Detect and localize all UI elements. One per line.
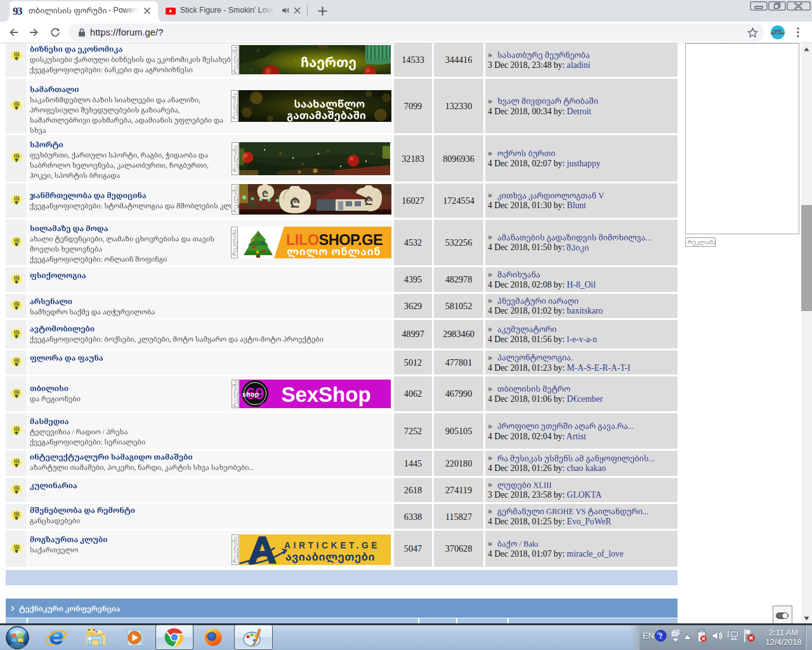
svg-text:AIRTICKET.GE: AIRTICKET.GE xyxy=(284,541,380,550)
svg-text:WISH VIBES!: WISH VIBES! xyxy=(771,32,785,35)
svg-text:SexShop: SexShop xyxy=(281,383,370,406)
svg-text:?: ? xyxy=(659,632,663,640)
svg-text:shop: shop xyxy=(242,390,259,398)
svg-text:ge: ge xyxy=(259,401,266,406)
svg-text:SUPER: SUPER xyxy=(774,30,782,32)
svg-text:LILOSHOP.GE: LILOSHOP.GE xyxy=(286,232,383,248)
